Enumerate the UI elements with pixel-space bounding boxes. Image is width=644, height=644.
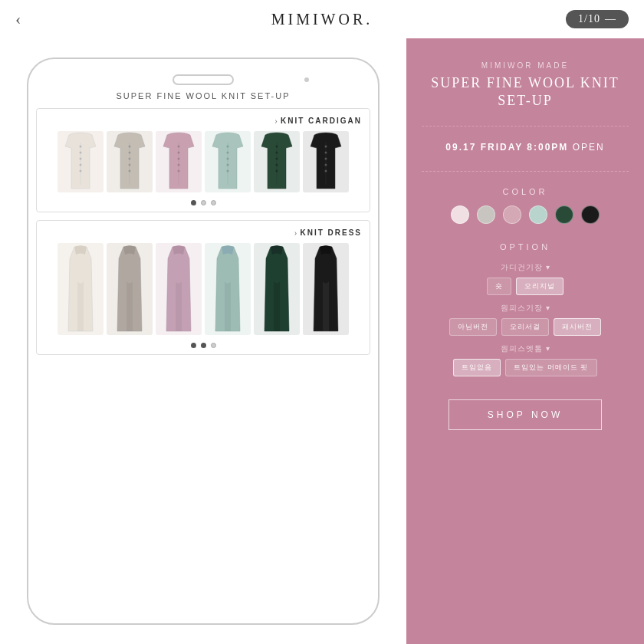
option-hem-mermaid[interactable]: 트임있는 머메이드 핏 <box>505 359 596 376</box>
dot-2 <box>201 200 206 205</box>
cardigan-item-mint <box>205 131 251 192</box>
option-group-dress-hem: 원피스엣톰 ▾ 트임없음 트임있는 머메이드 핏 <box>422 343 629 376</box>
option-dress-original[interactable]: 오리서걸 <box>501 318 549 336</box>
option-group-hem-label: 원피스엣톰 <box>501 343 543 354</box>
option-cardigan-buttons: 숏 오리지널 <box>422 278 629 295</box>
swatch-mint[interactable] <box>529 205 547 224</box>
dress-item-black <box>303 243 349 335</box>
svg-point-37 <box>325 146 327 148</box>
dress-label: KNIT DRESS <box>300 228 362 237</box>
svg-point-23 <box>227 146 229 148</box>
svg-point-30 <box>276 146 278 148</box>
counter-value: 1/10 <box>578 13 600 25</box>
divider-bottom <box>422 171 629 172</box>
svg-point-18 <box>178 158 180 160</box>
dress-dots <box>44 341 362 350</box>
main-content: SUPER FINE WOOL KNIT SET-UP › KNIT CARDI… <box>0 38 644 644</box>
svg-point-27 <box>227 170 229 172</box>
slide-counter[interactable]: 1/10 — <box>566 10 629 28</box>
phone-notch <box>172 74 234 85</box>
svg-point-39 <box>325 158 327 160</box>
brand-subtitle: MIMIWOR MADE <box>481 61 569 70</box>
option-group-cardigan-length: 가디건기장 ▾ 숏 오리지널 <box>422 262 629 295</box>
option-cardigan-original[interactable]: 오리지널 <box>516 278 564 295</box>
option-group-cardigan-header: 가디건기장 ▾ <box>422 262 629 273</box>
option-group-cardigan-label: 가디건기장 <box>501 262 543 273</box>
svg-point-24 <box>227 152 229 154</box>
swatch-black[interactable] <box>581 205 600 224</box>
phone-camera-dot <box>304 77 309 82</box>
svg-point-33 <box>276 164 278 166</box>
swatch-ivory[interactable] <box>451 205 469 224</box>
option-group-dress-header: 원피스기장 ▾ <box>422 303 629 314</box>
svg-point-32 <box>276 158 278 160</box>
option-cardigan-dropdown-icon[interactable]: ▾ <box>546 263 550 271</box>
cardigan-label: KNIT CARDIGAN <box>281 117 362 125</box>
option-hem-notrim[interactable]: 트임없음 <box>453 359 501 376</box>
swatch-darkgreen[interactable] <box>555 205 573 224</box>
svg-point-41 <box>325 170 327 172</box>
product-title-right: SUPER FINE WOOL KNIT SET-UP <box>422 74 629 110</box>
option-group-dress-length: 원피스기장 ▾ 아님버전 오리서걸 패시버전 <box>422 303 629 336</box>
swatch-pink[interactable] <box>503 205 521 224</box>
swatch-gray[interactable] <box>477 205 495 224</box>
dress-dot-2 <box>201 343 206 348</box>
option-label: OPTION <box>500 242 550 251</box>
svg-point-25 <box>227 158 229 160</box>
dress-images <box>44 243 362 335</box>
counter-minus: — <box>605 13 616 25</box>
svg-point-16 <box>178 146 180 148</box>
dress-card-header: › KNIT DRESS <box>44 227 362 238</box>
svg-point-5 <box>80 164 82 166</box>
option-dress-buttons: 아님버전 오리서걸 패시버전 <box>422 318 629 336</box>
cardigan-card-header: › KNIT CARDIGAN <box>44 115 362 127</box>
cardigan-card[interactable]: › KNIT CARDIGAN <box>36 108 370 212</box>
dress-card[interactable]: › KNIT DRESS <box>36 220 370 355</box>
svg-point-9 <box>129 146 131 148</box>
divider-top <box>422 126 629 127</box>
option-cardigan-short[interactable]: 숏 <box>487 278 511 295</box>
cardigan-dots <box>44 199 362 207</box>
header: ‹ MIMIWOR. 1/10 — <box>0 0 644 38</box>
svg-point-34 <box>276 170 278 172</box>
svg-point-38 <box>325 152 327 154</box>
svg-point-11 <box>129 158 131 160</box>
color-swatches <box>451 205 600 224</box>
cardigan-item-gray <box>107 131 153 192</box>
phone-notch-area <box>36 74 370 85</box>
dot-3 <box>211 200 216 205</box>
cardigan-arrow-icon: › <box>274 115 278 127</box>
dress-dot-1 <box>191 343 196 348</box>
svg-point-26 <box>227 164 229 166</box>
cardigan-item-pink <box>156 131 202 192</box>
right-panel: MIMIWOR MADE SUPER FINE WOOL KNIT SET-UP… <box>406 38 644 644</box>
cardigan-images <box>44 131 362 192</box>
dress-item-ivory <box>58 243 104 335</box>
option-hem-dropdown-icon[interactable]: ▾ <box>546 344 550 353</box>
phone-mockup: SUPER FINE WOOL KNIT SET-UP › KNIT CARDI… <box>27 58 380 625</box>
svg-point-6 <box>80 170 82 172</box>
option-dress-dropdown-icon[interactable]: ▾ <box>546 304 550 312</box>
option-dress-midi[interactable]: 패시버전 <box>554 318 601 336</box>
dot-1 <box>191 200 196 205</box>
phone-product-title: SUPER FINE WOOL KNIT SET-UP <box>36 91 370 100</box>
dress-item-pink <box>156 243 202 335</box>
dress-dot-3 <box>211 343 216 348</box>
svg-point-31 <box>276 152 278 154</box>
svg-point-19 <box>178 164 180 166</box>
color-label: COLOR <box>502 187 547 196</box>
svg-point-17 <box>178 152 180 154</box>
svg-point-10 <box>129 152 131 154</box>
left-panel: SUPER FINE WOOL KNIT SET-UP › KNIT CARDI… <box>0 38 406 644</box>
svg-point-40 <box>325 164 327 166</box>
dress-item-mint <box>205 243 251 335</box>
svg-point-12 <box>129 164 131 166</box>
cardigan-item-black <box>303 131 349 192</box>
option-dress-short[interactable]: 아님버전 <box>449 318 497 336</box>
dress-arrow-icon: › <box>294 227 297 238</box>
open-date-strong: 09.17 FRIDAY 8:00PM <box>445 142 568 153</box>
option-hem-buttons: 트임없음 트임있는 머메이드 핏 <box>422 359 629 376</box>
open-date: 09.17 FRIDAY 8:00PM OPEN <box>445 142 604 153</box>
shop-now-button[interactable]: SHOP NOW <box>449 399 602 430</box>
back-button[interactable]: ‹ <box>15 9 21 29</box>
